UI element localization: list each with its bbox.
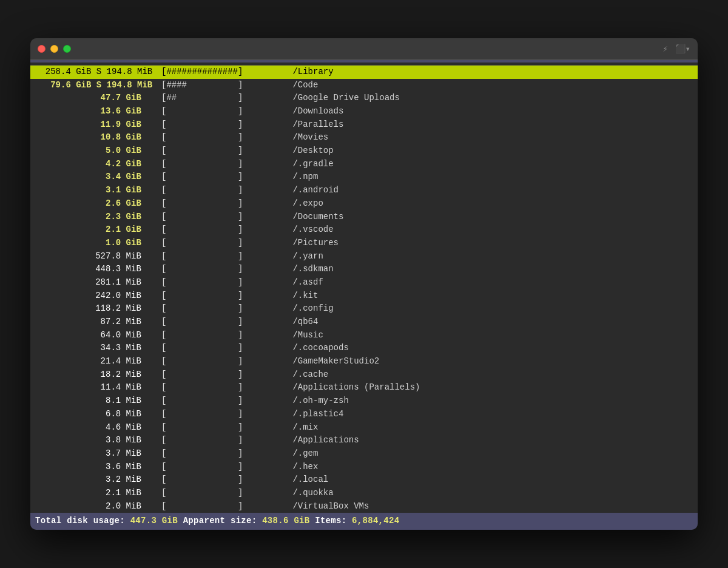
usage-bar: [ ]: [161, 487, 283, 500]
usage-bar: [ ]: [161, 144, 283, 158]
usage-bar: [ ]: [161, 211, 283, 224]
footer-total-val: 447.3 GiB: [130, 516, 178, 526]
file-size: 13.6 GiB: [35, 105, 157, 118]
file-name: /.npm: [288, 171, 693, 184]
usage-bar: [ ]: [161, 105, 283, 118]
list-item[interactable]: 2.1 MiB [ ] /.quokka: [30, 487, 698, 500]
file-name: /.gem: [288, 447, 693, 461]
file-name: /GameMakerStudio2: [288, 355, 693, 368]
file-size: 2.0 MiB: [35, 500, 157, 513]
file-name: /Library: [288, 66, 693, 79]
file-size: 1.0 GiB: [35, 237, 157, 250]
file-size: 11.9 GiB: [35, 118, 157, 132]
list-item[interactable]: 8.1 MiB [ ] /.oh-my-zsh: [30, 394, 698, 408]
list-item[interactable]: 5.0 GiB [ ] /Desktop: [30, 144, 698, 158]
list-item[interactable]: 3.4 GiB [ ] /.npm: [30, 171, 698, 184]
list-item[interactable]: 6.8 MiB [ ] /.plastic4: [30, 408, 698, 421]
usage-bar: [ ]: [161, 473, 283, 487]
list-item[interactable]: 118.2 MiB [ ] /.config: [30, 302, 698, 316]
list-item[interactable]: 10.8 GiB [ ] /Movies: [30, 131, 698, 144]
file-size: 34.3 MiB: [35, 342, 157, 355]
list-item[interactable]: 21.4 MiB [ ] /GameMakerStudio2: [30, 355, 698, 368]
list-item[interactable]: 448.3 MiB [ ] /.sdkman: [30, 263, 698, 276]
file-name: /Documents: [288, 211, 693, 224]
file-name: /.gradle: [288, 158, 693, 171]
file-name: /.cocoapods: [288, 342, 693, 355]
usage-bar: [ ]: [161, 184, 283, 197]
file-size: 3.7 MiB: [35, 447, 157, 461]
menu-icon: ⬛▾: [675, 44, 690, 54]
usage-bar: [ ]: [161, 421, 283, 434]
usage-bar: [ ]: [161, 131, 283, 144]
file-size: 18.2 MiB: [35, 368, 157, 382]
list-item[interactable]: 4.2 GiB [ ] /.gradle: [30, 158, 698, 171]
list-item[interactable]: 47.7 GiB [## ] /Google Drive Uploads: [30, 92, 698, 105]
list-item[interactable]: 34.3 MiB [ ] /.cocoapods: [30, 342, 698, 355]
file-name: /Music: [288, 329, 693, 342]
file-size: 448.3 MiB: [35, 263, 157, 276]
usage-bar: [ ]: [161, 237, 283, 250]
usage-bar: [ ]: [161, 329, 283, 342]
file-name: /Applications (Parallels): [288, 381, 693, 394]
file-size: 2.3 GiB: [35, 211, 157, 224]
list-item[interactable]: 1.0 GiB [ ] /Pictures: [30, 237, 698, 250]
file-size: 5.0 GiB: [35, 144, 157, 158]
file-size: 8.1 MiB: [35, 394, 157, 408]
usage-bar: [ ]: [161, 250, 283, 263]
file-size: 3.6 MiB: [35, 461, 157, 474]
close-button[interactable]: [38, 45, 46, 53]
file-list: 258.4 GiB S 194.8 MiB [##############] /…: [30, 66, 698, 513]
list-item[interactable]: 87.2 MiB [ ] /qb64: [30, 316, 698, 329]
fullscreen-button[interactable]: [63, 45, 71, 53]
list-item[interactable]: 258.4 GiB S 194.8 MiB [##############] /…: [30, 66, 698, 79]
list-item[interactable]: 11.4 MiB [ ] /Applications (Parallels): [30, 381, 698, 394]
titlebar: ⚡ ⬛▾: [30, 38, 698, 60]
usage-bar: [ ]: [161, 289, 283, 303]
list-item[interactable]: 2.0 MiB [ ] /VirtualBox VMs: [30, 500, 698, 513]
terminal-content: 258.4 GiB S 194.8 MiB [##############] /…: [30, 60, 698, 530]
list-item[interactable]: 2.3 GiB [ ] /Documents: [30, 211, 698, 224]
footer-items-val: 6,884,424: [352, 516, 399, 526]
file-size: 87.2 MiB: [35, 316, 157, 329]
traffic-lights: [38, 45, 71, 53]
file-size: 258.4 GiB S 194.8 MiB: [35, 66, 157, 79]
usage-bar: [ ]: [161, 394, 283, 408]
file-name: /qb64: [288, 316, 693, 329]
file-name: /.vscode: [288, 223, 693, 237]
file-size: 2.1 MiB: [35, 487, 157, 500]
file-size: 4.6 MiB: [35, 421, 157, 434]
list-item[interactable]: 3.6 MiB [ ] /.hex: [30, 461, 698, 474]
list-item[interactable]: 2.6 GiB [ ] /.expo: [30, 197, 698, 211]
list-item[interactable]: 242.0 MiB [ ] /.kit: [30, 289, 698, 303]
list-item[interactable]: 3.2 MiB [ ] /.local: [30, 473, 698, 487]
file-name: /VirtualBox VMs: [288, 500, 693, 513]
list-item[interactable]: 2.1 GiB [ ] /.vscode: [30, 223, 698, 237]
usage-bar: [ ]: [161, 118, 283, 132]
file-size: 10.8 GiB: [35, 131, 157, 144]
usage-bar: [ ]: [161, 461, 283, 474]
list-item[interactable]: 527.8 MiB [ ] /.yarn: [30, 250, 698, 263]
file-size: 118.2 MiB: [35, 302, 157, 316]
file-name: /Desktop: [288, 144, 693, 158]
list-item[interactable]: 281.1 MiB [ ] /.asdf: [30, 276, 698, 289]
file-size: 242.0 MiB: [35, 289, 157, 303]
file-size: 3.2 MiB: [35, 473, 157, 487]
list-item[interactable]: 4.6 MiB [ ] /.mix: [30, 421, 698, 434]
lightning-icon: ⚡: [662, 44, 667, 54]
minimize-button[interactable]: [50, 45, 58, 53]
usage-bar: [ ]: [161, 500, 283, 513]
list-item[interactable]: 79.6 GiB S 194.8 MiB [#### ] /Code: [30, 79, 698, 92]
list-item[interactable]: 13.6 GiB [ ] /Downloads: [30, 105, 698, 118]
file-name: /.config: [288, 302, 693, 316]
file-name: /Parallels: [288, 118, 693, 132]
file-name: /.quokka: [288, 487, 693, 500]
file-size: 3.4 GiB: [35, 171, 157, 184]
list-item[interactable]: 11.9 GiB [ ] /Parallels: [30, 118, 698, 132]
list-item[interactable]: 3.1 GiB [ ] /.android: [30, 184, 698, 197]
list-item[interactable]: 18.2 MiB [ ] /.cache: [30, 368, 698, 382]
file-name: /.sdkman: [288, 263, 693, 276]
list-item[interactable]: 3.8 MiB [ ] /Applications: [30, 434, 698, 447]
file-name: /.android: [288, 184, 693, 197]
list-item[interactable]: 3.7 MiB [ ] /.gem: [30, 447, 698, 461]
list-item[interactable]: 64.0 MiB [ ] /Music: [30, 329, 698, 342]
